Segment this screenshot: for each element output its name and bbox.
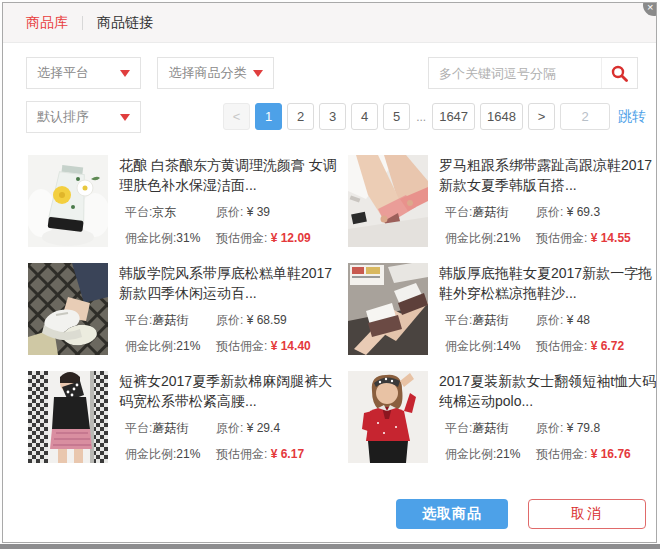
orig-price-label: 原价: [536,205,563,219]
est-commission-value: ¥ 6.17 [271,447,304,461]
commission-rate-label: 佣金比例: [125,339,176,353]
platform-label: 平台: [445,421,472,435]
category-select-label: 选择商品分类 [168,64,246,82]
orig-price-value: ¥ 29.4 [247,421,280,435]
product-card[interactable]: 短裤女2017夏季新款棉麻阔腿裤大码宽松系带松紧高腰... 平台:蘑菇街 原价:… [28,371,348,463]
est-commission-label: 预估佣金: [536,231,587,245]
product-thumbnail [28,263,108,355]
est-commission-label: 预估佣金: [216,339,267,353]
pagination-page-button[interactable]: 4 [351,103,378,130]
product-thumbnail [348,371,428,463]
platform-value: 蘑菇街 [472,205,508,219]
est-commission-value: ¥ 12.09 [271,231,311,245]
product-title: 韩版厚底拖鞋女夏2017新款一字拖鞋外穿松糕凉拖鞋沙... [439,263,657,303]
orig-price-value: ¥ 79.8 [567,421,600,435]
platform-label: 平台: [445,313,472,327]
est-commission-label: 预估佣金: [216,231,267,245]
product-grid: 花酿 白茶酿东方黄调理洗颜膏 女调理肤色补水保湿洁面... 平台:京东 原价: … [28,155,656,463]
search-box [428,57,638,89]
chevron-down-icon [253,70,263,77]
chevron-down-icon [120,114,130,121]
product-title: 罗马粗跟系绑带露趾高跟凉鞋2017新款女夏季韩版百搭... [439,155,657,195]
tab-product-library[interactable]: 商品库 [26,14,68,32]
commission-rate-label: 佣金比例: [445,339,496,353]
search-icon [611,65,628,82]
pagination-page-button[interactable]: 2 [287,103,314,130]
orig-price-value: ¥ 39 [247,205,270,219]
product-thumbnail [28,371,108,463]
platform-value: 京东 [152,205,176,219]
commission-rate-value: 21% [496,231,520,245]
select-products-button[interactable]: 选取商品 [396,499,508,529]
est-commission-label: 预估佣金: [536,339,587,353]
product-thumbnail [348,155,428,247]
commission-rate-label: 佣金比例: [125,231,176,245]
commission-rate-value: 21% [176,447,200,461]
window-bottom-edge [0,544,660,549]
pagination-page-button[interactable]: 1 [255,103,282,130]
platform-select[interactable]: 选择平台 [26,57,141,89]
est-commission-value: ¥ 14.55 [591,231,631,245]
platform-value: 蘑菇街 [472,313,508,327]
dialog-footer: 选取商品 取消 [396,499,646,529]
pagination-prev-button[interactable]: < [223,103,250,130]
pagination: < 1 2 3 4 5 ... 1647 1648 > 跳转 [223,103,646,130]
product-card[interactable]: 罗马粗跟系绑带露趾高跟凉鞋2017新款女夏季韩版百搭... 平台:蘑菇街 原价:… [348,155,657,247]
pagination-next-button[interactable]: > [528,103,555,130]
cancel-button[interactable]: 取消 [528,499,646,529]
platform-label: 平台: [125,313,152,327]
product-card[interactable]: 花酿 白茶酿东方黄调理洗颜膏 女调理肤色补水保湿洁面... 平台:京东 原价: … [28,155,348,247]
est-commission-label: 预估佣金: [216,447,267,461]
est-commission-label: 预估佣金: [536,447,587,461]
platform-select-label: 选择平台 [37,64,89,82]
page-jump-input[interactable] [560,103,610,130]
commission-rate-value: 21% [176,339,200,353]
product-title: 韩版学院风系带厚底松糕单鞋2017新款四季休闲运动百... [119,263,341,303]
search-button[interactable] [601,58,637,88]
commission-rate-value: 31% [176,231,200,245]
platform-label: 平台: [445,205,472,219]
tab-divider [82,16,83,30]
orig-price-label: 原价: [536,313,563,327]
product-thumbnail [348,263,428,355]
category-select[interactable]: 选择商品分类 [157,57,274,89]
product-card[interactable]: 2017夏装新款女士翻领短袖t恤大码纯棉运动polo... 平台:蘑菇街 原价:… [348,371,657,463]
platform-label: 平台: [125,205,152,219]
product-card[interactable]: 韩版学院风系带厚底松糕单鞋2017新款四季休闲运动百... 平台:蘑菇街 原价:… [28,263,348,355]
tab-product-link[interactable]: 商品链接 [97,14,153,32]
pagination-ellipsis: ... [415,110,427,124]
sort-toolbar: 默认排序 < 1 2 3 4 5 ... 1647 1648 > 跳转 [3,101,656,133]
filter-toolbar: 选择平台 选择商品分类 [3,57,656,89]
orig-price-label: 原价: [216,313,243,327]
product-card[interactable]: 韩版厚底拖鞋女夏2017新款一字拖鞋外穿松糕凉拖鞋沙... 平台:蘑菇街 原价:… [348,263,657,355]
est-commission-value: ¥ 16.76 [591,447,631,461]
sort-select[interactable]: 默认排序 [26,101,141,133]
orig-price-value: ¥ 69.3 [567,205,600,219]
commission-rate-value: 21% [496,447,520,461]
pagination-page-button[interactable]: 1648 [480,103,523,130]
platform-value: 蘑菇街 [152,421,188,435]
pagination-page-button[interactable]: 1647 [432,103,475,130]
commission-rate-value: 14% [496,339,520,353]
page-jump-link[interactable]: 跳转 [618,108,646,126]
dialog-header: 商品库 商品链接 [3,3,656,43]
orig-price-label: 原价: [216,205,243,219]
commission-rate-label: 佣金比例: [125,447,176,461]
pagination-page-button[interactable]: 3 [319,103,346,130]
orig-price-value: ¥ 68.59 [247,313,287,327]
product-picker-dialog: × 商品库 商品链接 选择平台 选择商品分类 默认排序 [2,2,657,543]
est-commission-value: ¥ 6.72 [591,339,624,353]
product-thumbnail [28,155,108,247]
platform-label: 平台: [125,421,152,435]
sort-select-label: 默认排序 [37,108,89,126]
platform-value: 蘑菇街 [472,421,508,435]
pagination-page-button[interactable]: 5 [383,103,410,130]
product-title: 短裤女2017夏季新款棉麻阔腿裤大码宽松系带松紧高腰... [119,371,341,411]
commission-rate-label: 佣金比例: [445,447,496,461]
orig-price-label: 原价: [536,421,563,435]
platform-value: 蘑菇街 [152,313,188,327]
product-title: 花酿 白茶酿东方黄调理洗颜膏 女调理肤色补水保湿洁面... [119,155,341,195]
est-commission-value: ¥ 14.40 [271,339,311,353]
search-input[interactable] [429,58,601,88]
orig-price-label: 原价: [216,421,243,435]
